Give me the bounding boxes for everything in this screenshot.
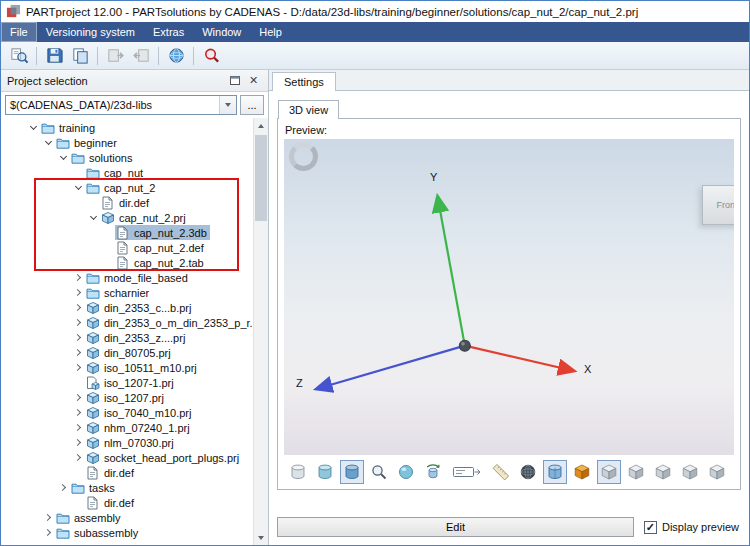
expand-arrow-icon[interactable]: [72, 320, 85, 325]
tree-item-iso_1207.prj[interactable]: iso_1207.prj: [1, 390, 253, 405]
tree-item-mode_file_based[interactable]: mode_file_based: [1, 270, 253, 285]
tree-item-din_2353_z....prj[interactable]: din_2353_z....prj: [1, 330, 253, 345]
main-toolbar: [1, 42, 749, 70]
tree-item-din_2353_c...b.prj[interactable]: din_2353_c...b.prj: [1, 300, 253, 315]
tree-item-iso_1207-1.prj[interactable]: iso_1207-1.prj: [1, 375, 253, 390]
tree-item-dir.def[interactable]: dir.def: [1, 465, 253, 480]
collapse-arrow-icon[interactable]: [27, 126, 40, 129]
tree-item-nhm_07240_1.prj[interactable]: nhm_07240_1.prj: [1, 420, 253, 435]
tree-item-din_2353_o_m_din_2353_p_r...[interactable]: din_2353_o_m_din_2353_p_r...: [1, 315, 253, 330]
iso-cube-icon[interactable]: [597, 460, 621, 484]
scroll-down-icon[interactable]: [254, 530, 268, 545]
tree-item-content: cap_nut: [85, 165, 146, 180]
tree-item-assembly[interactable]: assembly: [1, 510, 253, 525]
display-preview-option[interactable]: ✓ Display preview: [644, 521, 741, 534]
cube-view-4-icon[interactable]: [678, 460, 702, 484]
tree-item-solutions[interactable]: solutions: [1, 150, 253, 165]
expand-arrow-icon[interactable]: [72, 425, 85, 430]
zoom-icon[interactable]: [367, 460, 391, 484]
tab-3d-view[interactable]: 3D view: [278, 100, 339, 119]
cube-view-5-icon[interactable]: [705, 460, 729, 484]
close-icon[interactable]: ✕: [245, 73, 262, 89]
tree-item-cap_nut_2.tab[interactable]: cap_nut_2.tab: [1, 255, 253, 270]
tree-item-beginner[interactable]: beginner: [1, 135, 253, 150]
online-catalog-icon[interactable]: [164, 44, 188, 68]
cube-icon: [86, 361, 101, 375]
collapse-arrow-icon[interactable]: [72, 186, 85, 189]
expand-arrow-icon[interactable]: [72, 410, 85, 415]
tree-item-iso_7040_m10.prj[interactable]: iso_7040_m10.prj: [1, 405, 253, 420]
tree-item-dir.def[interactable]: dir.def: [1, 495, 253, 510]
expand-arrow-icon[interactable]: [42, 530, 55, 535]
display-preview-checkbox[interactable]: ✓: [644, 521, 657, 534]
tree-item-socket_head_port_plugs.prj[interactable]: socket_head_port_plugs.prj: [1, 450, 253, 465]
library-path-combobox[interactable]: $(CADENAS_DATA)/23d-libs: [5, 95, 237, 115]
tree-item-subassembly[interactable]: subassembly: [1, 525, 253, 540]
turntable-icon[interactable]: [421, 460, 445, 484]
tree-item-din_80705.prj[interactable]: din_80705.prj: [1, 345, 253, 360]
expand-arrow-icon[interactable]: [72, 350, 85, 355]
expand-arrow-icon[interactable]: [72, 335, 85, 340]
collapse-arrow-icon[interactable]: [57, 156, 70, 159]
tree-item-iso_10511_m10.prj[interactable]: iso_10511_m10.prj: [1, 360, 253, 375]
tree-item-label: tasks: [89, 482, 115, 494]
scrollbar-track[interactable]: [254, 133, 268, 530]
edit-button[interactable]: Edit: [277, 517, 634, 537]
chevron-down-icon[interactable]: [219, 96, 236, 114]
tree-item-content: nlm_07030.prj: [85, 435, 177, 450]
expand-arrow-icon[interactable]: [72, 455, 85, 460]
wireframe-sphere-icon[interactable]: [516, 460, 540, 484]
tree-item-cap_nut_2.def[interactable]: cap_nut_2.def: [1, 240, 253, 255]
menu-help[interactable]: Help: [250, 22, 291, 42]
menu-window[interactable]: Window: [193, 22, 250, 42]
z-axis-label: Z: [296, 377, 303, 389]
expand-arrow-icon[interactable]: [72, 395, 85, 400]
search-icon[interactable]: [199, 44, 223, 68]
cube-view-3-icon[interactable]: [651, 460, 675, 484]
menu-extras[interactable]: Extras: [144, 22, 193, 42]
browse-button[interactable]: ...: [240, 95, 264, 115]
3d-viewport[interactable]: Front Y X Z: [284, 139, 734, 455]
menu-versioning-system[interactable]: Versioning system: [37, 22, 144, 42]
expand-arrow-icon[interactable]: [72, 275, 85, 280]
rotate-sphere-icon[interactable]: [394, 460, 418, 484]
expand-arrow-icon[interactable]: [72, 290, 85, 295]
tree-item-scharnier[interactable]: scharnier: [1, 285, 253, 300]
tree-item-cap_nut_2.3db[interactable]: cap_nut_2.3db: [1, 225, 253, 240]
tree-item-dir.def[interactable]: dir.def: [1, 195, 253, 210]
expand-arrow-icon[interactable]: [57, 485, 70, 490]
expand-arrow-icon[interactable]: [72, 305, 85, 310]
tree-item-content: solutions: [70, 150, 135, 165]
scrollbar-thumb[interactable]: [255, 135, 267, 221]
tree-item-training[interactable]: training: [1, 120, 253, 135]
collapse-arrow-icon[interactable]: [42, 141, 55, 144]
cylinder-preview-icon[interactable]: [543, 460, 567, 484]
dimension-label-icon[interactable]: [448, 460, 486, 484]
cylinder-solid-icon[interactable]: [340, 460, 364, 484]
expand-arrow-icon[interactable]: [72, 440, 85, 445]
cylinder-flat-icon[interactable]: [286, 460, 310, 484]
expand-arrow-icon[interactable]: [42, 515, 55, 520]
view-cube[interactable]: Front: [702, 185, 734, 225]
tab-settings[interactable]: Settings: [272, 72, 336, 91]
tree-item-nlm_07030.prj[interactable]: nlm_07030.prj: [1, 435, 253, 450]
menu-file[interactable]: File: [1, 22, 37, 42]
copy-project-icon[interactable]: [68, 44, 92, 68]
tree-scrollbar[interactable]: [253, 118, 268, 545]
cube-view-2-icon[interactable]: [624, 460, 648, 484]
save-icon[interactable]: [42, 44, 66, 68]
orange-cube-icon[interactable]: [570, 460, 594, 484]
tree-item-cap_nut_2.prj[interactable]: cap_nut_2.prj: [1, 210, 253, 225]
collapse-arrow-icon[interactable]: [87, 216, 100, 219]
tree-item-cap_nut_2[interactable]: cap_nut_2: [1, 180, 253, 195]
dock-icon[interactable]: [226, 73, 243, 89]
tree-item-tasks[interactable]: tasks: [1, 480, 253, 495]
ruler-icon[interactable]: [489, 460, 513, 484]
scroll-up-icon[interactable]: [254, 118, 268, 133]
search-project-icon[interactable]: [7, 44, 31, 68]
expand-arrow-icon[interactable]: [72, 365, 85, 370]
cylinder-shaded-icon[interactable]: [313, 460, 337, 484]
cube-icon: [86, 451, 101, 465]
tree-item-cap_nut[interactable]: cap_nut: [1, 165, 253, 180]
tree-item-label: cap_nut_2: [104, 182, 155, 194]
